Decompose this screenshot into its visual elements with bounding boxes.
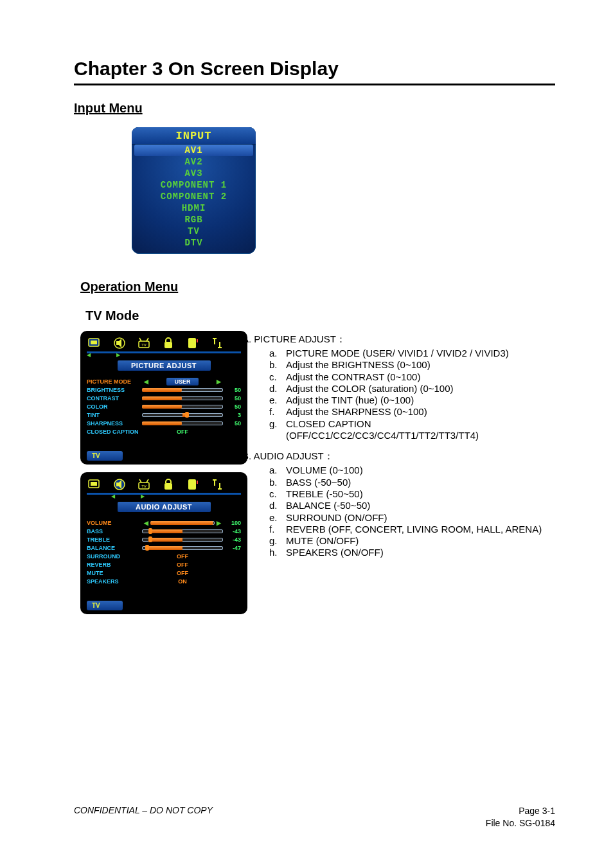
footer-file: File No. SG-0184	[486, 817, 555, 829]
audio-tab-icon[interactable]	[111, 476, 128, 493]
settings-tab-icon[interactable]	[209, 335, 226, 351]
osd-toggle-value[interactable]: OFF	[142, 553, 223, 560]
input-item[interactable]: TV	[132, 226, 256, 237]
footer-confidential: CONFIDENTIAL – DO NOT COPY	[74, 805, 213, 829]
osd-setting-value: 50	[223, 420, 241, 427]
lock-tab-icon[interactable]	[160, 476, 177, 493]
osd-setting-label: BRIGHTNESS	[87, 387, 142, 393]
osd-setting-label: COLOR	[87, 403, 142, 410]
audio-tab-icon[interactable]	[111, 335, 128, 351]
osd-slider[interactable]	[142, 396, 223, 400]
volume-label: VOLUME	[87, 520, 142, 526]
lock-tab-icon[interactable]	[160, 335, 177, 351]
osd-slider[interactable]	[142, 546, 223, 550]
tv-tab-icon[interactable]: TV	[136, 335, 152, 351]
input-item[interactable]: AV2	[132, 156, 256, 168]
timer-tab-icon[interactable]	[184, 335, 201, 351]
osd-setting-label: MUTE	[87, 570, 142, 576]
input-item[interactable]: DTV	[132, 237, 256, 249]
closed-caption-label: CLOSED CAPTION	[87, 429, 142, 435]
osd-slider[interactable]	[142, 529, 223, 533]
arrow-right-icon[interactable]: ▶	[215, 520, 223, 526]
svg-text:TV: TV	[141, 343, 147, 347]
input-item[interactable]: RGB	[132, 214, 256, 226]
tv-mode-heading: TV Mode	[85, 308, 555, 323]
osd-slider[interactable]	[142, 405, 223, 409]
footer-page: Page 3-1	[486, 805, 555, 817]
svg-rect-19	[164, 483, 172, 490]
list-item: e.SURROUND (ON/OFF)	[269, 512, 555, 524]
section-operation-heading: Operation Menu	[80, 279, 555, 294]
input-item[interactable]: AV3	[132, 168, 256, 179]
nav-right-icon[interactable]: ▶	[141, 493, 145, 499]
picture-osd-source: TV	[87, 451, 123, 461]
picture-adjust-osd: TV ◀▶ PICTURE ADJUST	[80, 331, 247, 465]
list-item: g.MUTE (ON/OFF)	[269, 535, 555, 547]
list-item: f.REVERB (OFF, CONCERT, LIVING ROOM, HAL…	[269, 524, 555, 535]
tv-tab-icon[interactable]: TV	[136, 476, 152, 493]
list-item: d.Adjust the COLOR (saturation) (0~100)	[269, 383, 555, 394]
osd-toggle-value[interactable]: OFF	[142, 570, 223, 576]
list-item: d.BALANCE (-50~50)	[269, 500, 555, 511]
audio-text-title: B. AUDIO ADJUST：	[242, 450, 555, 463]
list-item: b.Adjust the BRIGHTNESS (0~100)	[269, 359, 555, 371]
section-input-heading: Input Menu	[74, 101, 555, 116]
list-item: f.Adjust the SHARPNESS (0~100)	[269, 406, 555, 418]
arrow-left-icon[interactable]: ◀	[142, 520, 150, 526]
nav-left-icon[interactable]: ◀	[111, 493, 115, 499]
input-panel-title: INPUT	[132, 127, 256, 145]
input-item[interactable]: COMPONENT 2	[132, 191, 256, 202]
picture-mode-value[interactable]: USER	[166, 378, 198, 385]
input-item[interactable]: COMPONENT 1	[132, 179, 256, 191]
osd-toggle-value[interactable]: ON	[142, 578, 223, 585]
osd-slider[interactable]	[142, 388, 223, 392]
picture-text-list: a.PICTURE MODE (USER/ VIVID1 / VIVID2 / …	[269, 348, 555, 441]
list-item: a.VOLUME (0~100)	[269, 465, 555, 476]
osd-setting-label: BALANCE	[87, 545, 142, 551]
list-item: c.Adjust the CONTRAST (0~100)	[269, 371, 555, 383]
audio-text-list: a.VOLUME (0~100)b.BASS (-50~50)c.TREBLE …	[269, 465, 555, 558]
svg-rect-12	[91, 482, 97, 486]
closed-caption-value[interactable]: OFF	[142, 429, 223, 435]
osd-tabs: TV ◀▶	[80, 472, 247, 493]
nav-left-icon[interactable]: ◀	[87, 352, 91, 358]
audio-osd-source: TV	[87, 601, 123, 610]
osd-slider[interactable]	[142, 538, 223, 542]
osd-setting-label: SURROUND	[87, 553, 142, 560]
input-item[interactable]: AV1	[134, 145, 253, 156]
arrow-left-icon[interactable]: ◀	[142, 378, 150, 385]
osd-setting-label: TREBLE	[87, 536, 142, 543]
osd-tabs: TV ◀▶	[80, 331, 247, 351]
osd-slider[interactable]	[142, 413, 223, 417]
timer-tab-icon[interactable]	[184, 476, 201, 493]
picture-mode-label: PICTURE MODE	[87, 378, 142, 385]
osd-setting-value: -47	[223, 545, 241, 551]
audio-osd-title: AUDIO ADJUST	[118, 502, 211, 512]
input-item[interactable]: HDMI	[132, 202, 256, 214]
list-item: h.SPEAKERS (ON/OFF)	[269, 547, 555, 558]
svg-rect-10	[197, 339, 198, 342]
volume-slider[interactable]	[150, 521, 215, 525]
settings-tab-icon[interactable]	[209, 476, 226, 493]
svg-rect-9	[188, 338, 196, 348]
osd-setting-label: TINT	[87, 412, 142, 418]
osd-setting-label: REVERB	[87, 562, 142, 568]
chapter-title: Chapter 3 On Screen Display	[74, 58, 555, 80]
list-item: b.BASS (-50~50)	[269, 477, 555, 488]
list-item: c.TREBLE (-50~50)	[269, 488, 555, 500]
osd-setting-label: CONTRAST	[87, 395, 142, 402]
osd-setting-value: 50	[223, 387, 241, 393]
osd-slider[interactable]	[142, 421, 223, 425]
osd-setting-label: SHARPNESS	[87, 420, 142, 427]
nav-right-icon[interactable]: ▶	[116, 352, 120, 358]
osd-toggle-value[interactable]: OFF	[142, 562, 223, 568]
svg-rect-1	[91, 341, 97, 344]
arrow-right-icon[interactable]: ▶	[215, 378, 223, 385]
picture-tab-icon[interactable]	[87, 476, 103, 493]
osd-setting-label: BASS	[87, 528, 142, 535]
input-source-panel: INPUT AV1AV2AV3COMPONENT 1COMPONENT 2HDM…	[132, 127, 256, 254]
picture-tab-icon[interactable]	[87, 335, 103, 351]
svg-text:TV: TV	[141, 484, 147, 488]
osd-setting-value: 3	[223, 412, 241, 418]
osd-setting-value: -43	[223, 536, 241, 543]
